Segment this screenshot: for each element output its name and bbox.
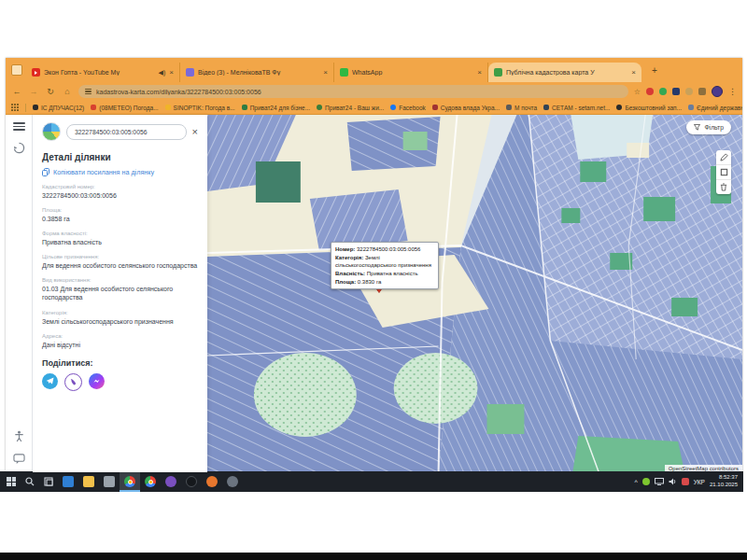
bookmark-item[interactable]: Приват24 для бізне... (242, 105, 310, 111)
close-tab-icon[interactable]: × (323, 68, 328, 77)
bookmark-item[interactable]: Facebook (390, 105, 426, 111)
bookmark-item[interactable]: SINOPTIK: Погода в... (165, 105, 235, 111)
tooltip-row: Категорія: Землі сільськогосподарського … (335, 254, 434, 270)
map-tools (716, 150, 731, 194)
url-field[interactable]: kadastrova-karta.com/dilyanka/3222784500… (78, 85, 628, 98)
taskbar-app-chrome[interactable] (140, 471, 161, 492)
bookmark-item[interactable]: (08METEO) Погода... (91, 105, 158, 111)
tray-display-icon[interactable] (655, 478, 664, 485)
whatsapp-icon (340, 68, 348, 77)
tray-volume-icon[interactable] (669, 478, 677, 485)
bookmark-item[interactable]: Безкоштовний зап... (616, 105, 682, 111)
taskbar-app-recorder[interactable] (181, 471, 202, 492)
clock-date: 21.10.2025 (710, 482, 738, 489)
reload-icon[interactable]: ↻ (45, 87, 56, 96)
tab-cadastral-map-active[interactable]: Публічна кадастрова карта У × (488, 63, 641, 82)
bookmark-favicon (432, 105, 438, 110)
task-view-button[interactable] (39, 471, 58, 492)
tab-video[interactable]: Відео (3) - МелніковаТВ Фу × (180, 63, 334, 82)
tooltip-value: 3222784500:03:005:0056 (357, 246, 420, 252)
history-icon[interactable] (13, 142, 25, 154)
bookmark-label: ІС ДПУЧАС(12) (41, 105, 84, 111)
close-panel-icon[interactable]: × (192, 127, 198, 137)
taskbar-app-word[interactable] (99, 471, 120, 492)
close-tab-icon[interactable]: × (169, 68, 174, 77)
funnel-icon (694, 124, 700, 131)
pencil-icon (720, 153, 728, 161)
tab-whatsapp[interactable]: WhatsApp × (334, 63, 488, 82)
field-label: Категорія: (42, 310, 198, 315)
telegram-share-button[interactable] (42, 373, 58, 389)
accessibility-icon[interactable] (13, 430, 25, 442)
language-indicator[interactable]: УКР (694, 479, 705, 485)
tray-app-icon[interactable] (682, 478, 689, 485)
bookmark-item[interactable]: Єдиний державн... (688, 105, 742, 111)
share-title: Поділитися: (42, 358, 198, 368)
extension-dark-icon[interactable] (672, 88, 680, 95)
copy-link-button[interactable]: Копіювати посилання на ділянку (42, 168, 198, 176)
search-input[interactable] (73, 128, 180, 136)
tab-label: Публічна кадастрова карта У (506, 69, 627, 76)
profile-avatar[interactable] (712, 86, 723, 97)
extension-adblock-icon[interactable] (646, 88, 654, 95)
viber-share-button[interactable] (64, 373, 82, 391)
taskbar-app-calendar[interactable] (58, 471, 78, 492)
bookmark-item[interactable]: СЕТАМ - setam.net... (543, 105, 610, 111)
filter-button[interactable]: Фільтр (686, 120, 731, 134)
taskbar-app-contacts[interactable] (222, 471, 243, 492)
area-tool-button[interactable] (716, 165, 731, 180)
bookmark-star-icon[interactable]: ☆ (634, 88, 641, 96)
bookmark-favicon (33, 105, 38, 110)
start-button[interactable] (2, 471, 21, 492)
audio-playing-icon[interactable]: ◀) (159, 69, 166, 77)
clear-tool-button[interactable] (716, 180, 731, 194)
window-icon[interactable] (11, 64, 22, 76)
bookmark-label: Приват24 для бізне... (250, 105, 310, 111)
active-browser-icon (124, 476, 135, 487)
search-field[interactable] (66, 124, 187, 140)
bookmark-favicon (317, 105, 322, 110)
back-icon[interactable]: ← (11, 87, 22, 96)
field-value: 3222784500:03:005:0056 (42, 191, 198, 200)
taskbar-clock[interactable]: 8:52:37 21.10.2025 (710, 474, 738, 489)
apps-grid-icon[interactable] (11, 104, 19, 111)
browser-menu-icon[interactable]: ⋮ (728, 87, 737, 96)
recorder-app-icon (186, 476, 197, 487)
bookmark-item[interactable]: Судова влада Укра... (432, 105, 500, 111)
taskbar-app-firefox[interactable] (202, 471, 222, 492)
site-logo[interactable] (42, 122, 61, 141)
forward-icon[interactable]: → (28, 87, 39, 96)
site-settings-icon[interactable] (85, 89, 92, 94)
extensions-puzzle-icon[interactable] (698, 88, 706, 95)
field-label: Площа: (42, 207, 198, 213)
taskbar-app-viber[interactable] (161, 471, 181, 492)
measure-tool-button[interactable] (716, 150, 731, 165)
close-tab-icon[interactable]: × (477, 68, 482, 77)
bookmark-item[interactable]: Приват24 - Ваш жи... (317, 105, 384, 111)
extension-badge-icon[interactable] (685, 88, 693, 95)
home-icon[interactable]: ⌂ (62, 87, 73, 96)
bookmark-label: Безкоштовний зап... (625, 105, 682, 111)
address-bar: ← → ↻ ⌂ kadastrova-karta.com/dilyanka/32… (6, 82, 742, 101)
bookmark-item[interactable]: М почта (506, 105, 537, 111)
field-label: Форма власності: (42, 231, 198, 236)
feedback-chat-icon[interactable] (13, 454, 25, 465)
menu-hamburger-icon[interactable] (13, 122, 25, 131)
tray-expand-icon[interactable]: ^ (634, 479, 637, 485)
bookmark-item[interactable]: ІС ДПУЧАС(12) (33, 105, 84, 111)
taskbar-search-button[interactable] (21, 471, 39, 492)
bookmark-label: Судова влада Укра... (441, 105, 500, 111)
close-tab-icon[interactable]: × (631, 68, 636, 77)
taskbar-app-browser-active[interactable] (120, 471, 140, 492)
taskbar-app-explorer[interactable] (78, 471, 99, 492)
tray-antivirus-icon[interactable] (642, 478, 650, 485)
tab-youtube[interactable]: Экон Гопта - YouTube Му ◀) × (26, 63, 180, 82)
messenger-share-button[interactable] (89, 373, 105, 389)
task-view-icon (44, 477, 53, 486)
new-tab-button[interactable]: + (647, 63, 662, 78)
extension-green-icon[interactable] (659, 88, 667, 95)
field-address: Адреса: Дані відсутні (42, 333, 198, 349)
field-label: Кадастровий номер: (42, 184, 198, 189)
cadastral-map[interactable]: Фільтр Номер: 3222784500:03:005:0056 Кат… (207, 115, 742, 472)
field-cadastral-number: Кадастровий номер: 3222784500:03:005:005… (42, 184, 198, 200)
